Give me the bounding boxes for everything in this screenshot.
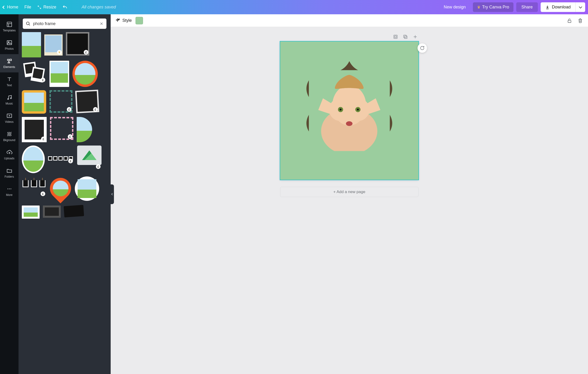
- download-caret[interactable]: [575, 2, 585, 12]
- add-page-button[interactable]: + Add a new page: [280, 187, 419, 197]
- frame-thumb[interactable]: £: [66, 32, 89, 55]
- rail-folders[interactable]: Folders: [0, 164, 19, 182]
- svg-rect-19: [404, 35, 406, 38]
- try-pro-button[interactable]: ♛ Try Canva Pro: [473, 2, 514, 12]
- home-button[interactable]: Home: [3, 5, 18, 10]
- undo-icon: [62, 5, 68, 10]
- frame-thumb[interactable]: [63, 205, 84, 218]
- resize-button[interactable]: Resize: [37, 5, 56, 10]
- svg-point-10: [10, 188, 11, 189]
- crown-icon: ♛: [477, 5, 480, 9]
- videos-icon: [6, 113, 12, 119]
- add-page-icon[interactable]: [412, 34, 418, 40]
- rail-music[interactable]: Music: [0, 91, 19, 109]
- svg-point-28: [340, 109, 342, 111]
- search-input[interactable]: [33, 21, 97, 26]
- frame-thumb[interactable]: £: [22, 180, 46, 197]
- price-badge: £: [41, 191, 45, 196]
- frame-thumb[interactable]: [22, 206, 40, 219]
- delete-button[interactable]: [577, 17, 584, 24]
- svg-point-9: [9, 188, 10, 189]
- left-rail: Templates Photos Elements Text Music Vid…: [0, 14, 19, 374]
- frame-thumb[interactable]: [22, 90, 46, 114]
- svg-rect-20: [404, 36, 407, 38]
- refresh-icon: [420, 45, 425, 51]
- search-box[interactable]: [23, 19, 106, 29]
- chevron-left-icon: [2, 5, 6, 9]
- top-menu-bar: Home File Resize All changes saved New d…: [0, 0, 588, 14]
- photo-placeholder-icon: [309, 70, 390, 151]
- frame-thumb[interactable]: [43, 206, 61, 218]
- pro-badge: ♛: [57, 50, 62, 55]
- svg-rect-1: [7, 41, 12, 44]
- frame-thumb[interactable]: £: [48, 153, 74, 164]
- page-grid-icon[interactable]: [393, 34, 398, 40]
- rail-videos[interactable]: Videos: [0, 109, 19, 127]
- file-menu[interactable]: File: [24, 5, 31, 10]
- results-scroll[interactable]: ♛ £ £ £ £ £ £: [19, 31, 111, 374]
- chevron-down-icon: [579, 5, 582, 8]
- home-label: Home: [7, 5, 18, 10]
- price-badge: £: [96, 164, 101, 169]
- frame-image[interactable]: [309, 70, 390, 151]
- duplicate-page-icon[interactable]: [403, 34, 408, 40]
- frame-thumb[interactable]: £: [77, 145, 102, 170]
- page-tools: [280, 33, 419, 42]
- regenerate-button[interactable]: [418, 43, 427, 53]
- rail-photos[interactable]: Photos: [0, 36, 19, 54]
- rail-background[interactable]: Bkground: [0, 127, 19, 145]
- rail-text[interactable]: Text: [0, 73, 19, 91]
- rail-templates[interactable]: Templates: [0, 18, 19, 36]
- music-icon: [6, 94, 12, 101]
- context-toolbar: Style: [111, 14, 588, 27]
- price-badge: £: [67, 107, 72, 112]
- rail-more[interactable]: More: [0, 182, 19, 200]
- frame-thumb[interactable]: [22, 145, 45, 173]
- design-page[interactable]: [280, 42, 419, 180]
- frame-thumb[interactable]: [75, 177, 99, 201]
- svg-point-11: [26, 22, 29, 25]
- frame-thumb[interactable]: [50, 177, 72, 202]
- svg-rect-17: [394, 35, 397, 39]
- rail-elements[interactable]: Elements: [0, 54, 19, 73]
- collapse-panel-button[interactable]: [111, 184, 114, 204]
- canvas-stage[interactable]: + Add a new page: [111, 27, 588, 374]
- elements-icon: [6, 58, 12, 64]
- rail-uploads[interactable]: Uploads: [0, 145, 19, 164]
- frame-thumb[interactable]: [50, 61, 69, 87]
- more-icon: [6, 186, 12, 192]
- style-button[interactable]: Style: [115, 18, 132, 23]
- download-button[interactable]: Download: [541, 2, 575, 12]
- topbar-left: Home File Resize All changes saved: [3, 5, 116, 10]
- frame-thumb[interactable]: ♛: [44, 34, 63, 55]
- background-icon: [6, 131, 12, 137]
- svg-rect-18: [395, 36, 396, 38]
- frame-thumb[interactable]: £: [50, 90, 73, 113]
- frame-thumb[interactable]: £: [22, 61, 46, 83]
- undo-button[interactable]: [62, 5, 68, 10]
- resize-icon: [37, 5, 42, 9]
- lock-button[interactable]: [566, 17, 573, 24]
- elements-panel: ♛ £ £ £ £ £ £: [19, 14, 111, 374]
- share-button[interactable]: Share: [516, 2, 538, 12]
- frame-thumb[interactable]: [22, 32, 41, 57]
- svg-rect-16: [568, 21, 571, 22]
- clear-search-icon[interactable]: [99, 21, 104, 26]
- text-icon: [6, 76, 12, 82]
- frame-thumb[interactable]: [77, 117, 92, 142]
- uploads-icon: [6, 149, 12, 155]
- svg-point-29: [357, 109, 359, 111]
- frame-thumb[interactable]: £: [50, 117, 74, 140]
- price-badge: £: [84, 50, 88, 55]
- new-design-button[interactable]: New design: [439, 2, 470, 12]
- folders-icon: [6, 167, 12, 174]
- svg-point-30: [346, 121, 353, 126]
- color-swatch[interactable]: [136, 17, 143, 24]
- photo-frame-element[interactable]: [294, 55, 404, 166]
- frame-thumb[interactable]: £: [76, 90, 99, 113]
- photos-icon: [6, 40, 12, 46]
- frame-thumb[interactable]: £: [22, 117, 47, 142]
- templates-icon: [6, 21, 12, 27]
- search-icon: [26, 21, 31, 26]
- frame-thumb[interactable]: [73, 61, 98, 87]
